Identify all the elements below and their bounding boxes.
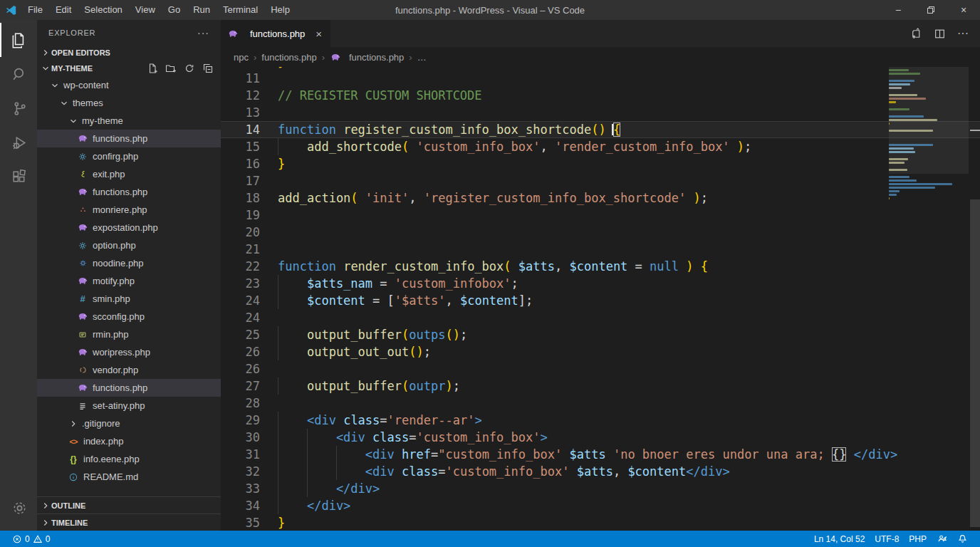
- close-button[interactable]: ×: [947, 0, 980, 20]
- source-control-icon[interactable]: [0, 91, 37, 125]
- explorer-icon[interactable]: [0, 23, 37, 57]
- notifications-bell-icon[interactable]: [952, 531, 973, 547]
- code-line-19[interactable]: 19: [221, 207, 980, 224]
- tree-item-confirg-php[interactable]: confirg.php: [37, 147, 221, 165]
- restore-button[interactable]: [914, 0, 947, 20]
- scrollbar-thumb[interactable]: [970, 199, 980, 527]
- minimap[interactable]: [889, 69, 969, 201]
- run-debug-icon[interactable]: [0, 125, 37, 160]
- menu-selection[interactable]: Selection: [78, 0, 128, 20]
- outline-section[interactable]: OUTLINE: [37, 496, 221, 514]
- more-actions-icon[interactable]: ···: [957, 27, 969, 40]
- code-line-29[interactable]: 29<div class='render--ar'>: [221, 412, 980, 429]
- open-changes-icon[interactable]: [910, 28, 922, 40]
- code-line-18[interactable]: 18add_action( 'init', 'register_custom_i…: [221, 189, 980, 207]
- tree-item-woripress-php[interactable]: woripress.php: [37, 343, 221, 361]
- code-line-26[interactable]: 26output_out_out();: [221, 343, 980, 360]
- line-number[interactable]: 34: [221, 497, 272, 514]
- split-editor-icon[interactable]: [934, 28, 946, 40]
- code-line-30[interactable]: 30<div class='custom_info_box'>: [221, 429, 980, 446]
- settings-gear-icon[interactable]: [0, 491, 37, 525]
- line-number[interactable]: 14: [221, 121, 272, 138]
- tree-item-noodine-php[interactable]: noodine.php: [37, 254, 221, 272]
- line-number[interactable]: 30: [221, 429, 272, 446]
- tree-item-monriere-php[interactable]: monriere.php: [37, 201, 221, 219]
- line-number[interactable]: 21: [221, 241, 272, 258]
- workspace-section[interactable]: MY-THEME: [37, 61, 221, 76]
- code-line-34[interactable]: 34</div>: [221, 497, 980, 514]
- line-number[interactable]: 31: [221, 446, 272, 463]
- minimize-button[interactable]: −: [882, 0, 914, 20]
- breadcrumb-item[interactable]: functions.php: [330, 51, 404, 63]
- tree-item-smin-php[interactable]: #smin.php: [37, 290, 221, 308]
- explorer-more-actions-icon[interactable]: ···: [197, 27, 209, 38]
- menu-run[interactable]: Run: [187, 0, 217, 20]
- tree-item-index-php[interactable]: <>index.php: [37, 432, 221, 450]
- line-number[interactable]: 26: [221, 343, 272, 360]
- feedback-icon[interactable]: [932, 531, 952, 547]
- line-number[interactable]: 33: [221, 480, 272, 497]
- tree-item-functions-php[interactable]: functions.php: [37, 379, 221, 397]
- line-number[interactable]: 19: [221, 207, 272, 224]
- breadcrumb-item[interactable]: npc: [234, 52, 249, 63]
- code-line-21[interactable]: 21: [221, 241, 980, 258]
- line-number[interactable]: 24: [221, 309, 272, 326]
- tree-item-wp-content[interactable]: wp-content: [37, 76, 221, 94]
- line-number[interactable]: 23: [221, 275, 272, 292]
- editor-scrollbar[interactable]: [970, 67, 980, 531]
- refresh-icon[interactable]: [184, 63, 195, 74]
- encoding[interactable]: UTF-8: [870, 531, 904, 547]
- tree-item-option-php[interactable]: option.php: [37, 236, 221, 254]
- code-line-15[interactable]: 15add_shortcode( 'custom_info_box', 'ren…: [221, 138, 980, 155]
- new-folder-icon[interactable]: [165, 63, 177, 74]
- line-number[interactable]: 11: [221, 70, 272, 87]
- menu-help[interactable]: Help: [264, 0, 296, 20]
- code-line-14[interactable]: 14function register_custom_info_box_shor…: [221, 121, 980, 138]
- breadcrumb-item[interactable]: …: [417, 52, 427, 63]
- code-line-25[interactable]: 25output_buffer(outps();: [221, 326, 980, 343]
- search-icon[interactable]: [0, 57, 37, 91]
- cursor-position[interactable]: Ln 14, Col 52: [809, 531, 870, 547]
- code-editor[interactable]: }1112// REGISTER CUSTOM SHORTCODE1314fun…: [221, 67, 980, 531]
- problems-indicator[interactable]: 0 0: [7, 531, 55, 547]
- line-number[interactable]: 32: [221, 463, 272, 480]
- tree-item-readme-md[interactable]: README.md: [37, 468, 221, 486]
- new-file-icon[interactable]: [147, 63, 158, 74]
- code-line-11[interactable]: 11: [221, 70, 980, 87]
- line-number[interactable]: 17: [221, 172, 272, 189]
- code-line-23[interactable]: 23$atts_nam = 'custom_infobox';: [221, 275, 980, 292]
- tree-item-vendor-php[interactable]: vendor.php: [37, 361, 221, 379]
- code-line-33[interactable]: 33</div>: [221, 480, 980, 497]
- menu-go[interactable]: Go: [162, 0, 187, 20]
- menu-terminal[interactable]: Terminal: [217, 0, 264, 20]
- timeline-section[interactable]: TIMELINE: [37, 514, 221, 531]
- tree-item-set-atiny-php[interactable]: set-atiny.php: [37, 397, 221, 415]
- line-number[interactable]: 26: [221, 360, 272, 377]
- code-line-24[interactable]: 24: [221, 309, 980, 326]
- tree-item-scconfig-php[interactable]: scconfig.php: [37, 308, 221, 325]
- menu-edit[interactable]: Edit: [49, 0, 78, 20]
- code-line-26[interactable]: 26: [221, 360, 980, 377]
- tree-item-themes[interactable]: themes: [37, 94, 221, 112]
- line-number[interactable]: 12: [221, 87, 272, 104]
- code-line-20[interactable]: 20: [221, 224, 980, 241]
- line-number[interactable]: 13: [221, 104, 272, 121]
- code-line-28[interactable]: 28: [221, 395, 980, 412]
- tab-functions-php[interactable]: functions.php ×: [221, 20, 330, 47]
- code-line-12[interactable]: 12// REGISTER CUSTOM SHORTCODE: [221, 87, 980, 104]
- tree-item-functions-php[interactable]: functions.php: [37, 130, 221, 147]
- language-mode[interactable]: PHP: [904, 531, 932, 547]
- extensions-icon[interactable]: [0, 160, 37, 194]
- line-number[interactable]: 25: [221, 326, 272, 343]
- line-number[interactable]: 20: [221, 224, 272, 241]
- tree-item-exit-php[interactable]: exit.php: [37, 165, 221, 183]
- tab-close-icon[interactable]: ×: [316, 28, 322, 40]
- code-line-13[interactable]: 13: [221, 104, 980, 121]
- tree-item-rmin-php[interactable]: rmin.php: [37, 325, 221, 343]
- line-number[interactable]: 24: [221, 292, 272, 309]
- line-number[interactable]: 22: [221, 258, 272, 275]
- line-number[interactable]: 18: [221, 189, 272, 207]
- code-line-32[interactable]: 32<div class='custom_info_box' $atts, $c…: [221, 463, 980, 480]
- code-line-16[interactable]: 16}: [221, 155, 980, 172]
- menu-file[interactable]: File: [21, 0, 49, 20]
